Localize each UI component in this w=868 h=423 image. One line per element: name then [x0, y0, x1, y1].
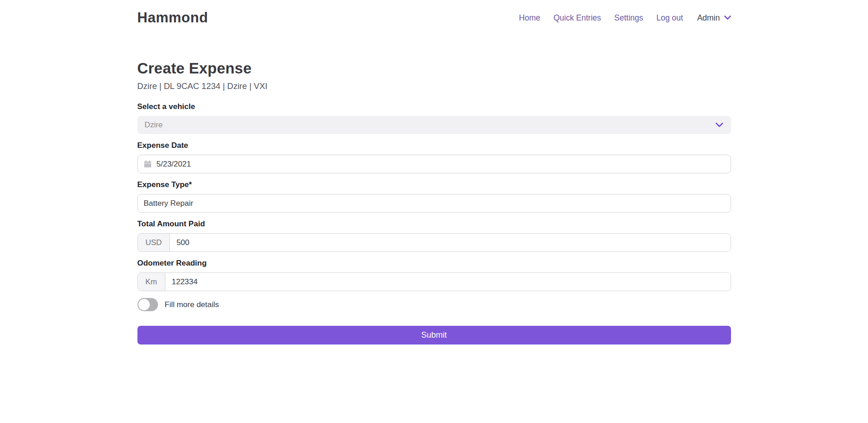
chevron-down-icon — [724, 16, 731, 20]
expense-type-input[interactable] — [144, 194, 725, 212]
distance-unit-addon: Km — [138, 273, 166, 291]
nav-link-logout[interactable]: Log out — [657, 13, 683, 23]
nav-link-settings[interactable]: Settings — [614, 13, 643, 23]
expense-type-field: Expense Type* — [137, 180, 731, 213]
main-content: Create Expense Dzire | DL 9CAC 1234 | Dz… — [137, 60, 731, 345]
expense-date-input[interactable] — [157, 155, 725, 173]
vehicle-field: Select a vehicle Dzire — [137, 102, 731, 134]
expense-date-field: Expense Date — [137, 141, 731, 173]
calendar-icon — [144, 160, 152, 168]
vehicle-select[interactable]: Dzire — [137, 116, 731, 134]
submit-button[interactable]: Submit — [137, 326, 731, 345]
odometer-field: Odometer Reading Km — [137, 259, 731, 291]
nav-link-home[interactable]: Home — [519, 13, 541, 23]
currency-addon: USD — [138, 234, 170, 251]
toggle-knob-icon — [138, 299, 150, 310]
total-amount-label: Total Amount Paid — [137, 219, 731, 229]
fill-more-details-toggle[interactable] — [137, 298, 158, 311]
fill-more-details-label: Fill more details — [165, 300, 219, 309]
create-expense-form: Select a vehicle Dzire Expense Date — [137, 102, 731, 345]
expense-type-control — [137, 194, 731, 213]
vehicle-summary: Dzire | DL 9CAC 1234 | Dzire | VXI — [137, 81, 731, 91]
page-title: Create Expense — [137, 60, 731, 77]
vehicle-select-value: Dzire — [145, 120, 163, 130]
nav-link-quick-entries[interactable]: Quick Entries — [553, 13, 601, 23]
total-amount-group: USD — [137, 233, 731, 252]
odometer-input[interactable] — [165, 273, 731, 291]
total-amount-input[interactable] — [170, 234, 730, 251]
odometer-group: Km — [137, 272, 731, 291]
chevron-down-icon — [715, 123, 723, 128]
brand-logo[interactable]: Hammond — [137, 10, 208, 26]
admin-dropdown-label: Admin — [697, 13, 720, 23]
admin-dropdown[interactable]: Admin — [697, 13, 731, 23]
total-amount-field: Total Amount Paid USD — [137, 219, 731, 252]
nav-links: Home Quick Entries Settings Log out Admi… — [519, 13, 731, 23]
vehicle-field-label: Select a vehicle — [137, 102, 731, 111]
odometer-label: Odometer Reading — [137, 259, 731, 268]
fill-more-details-row: Fill more details — [137, 298, 731, 311]
expense-date-label: Expense Date — [137, 141, 731, 150]
navbar: Hammond Home Quick Entries Settings Log … — [0, 0, 868, 36]
expense-date-control — [137, 155, 731, 173]
expense-type-label: Expense Type* — [137, 180, 731, 189]
